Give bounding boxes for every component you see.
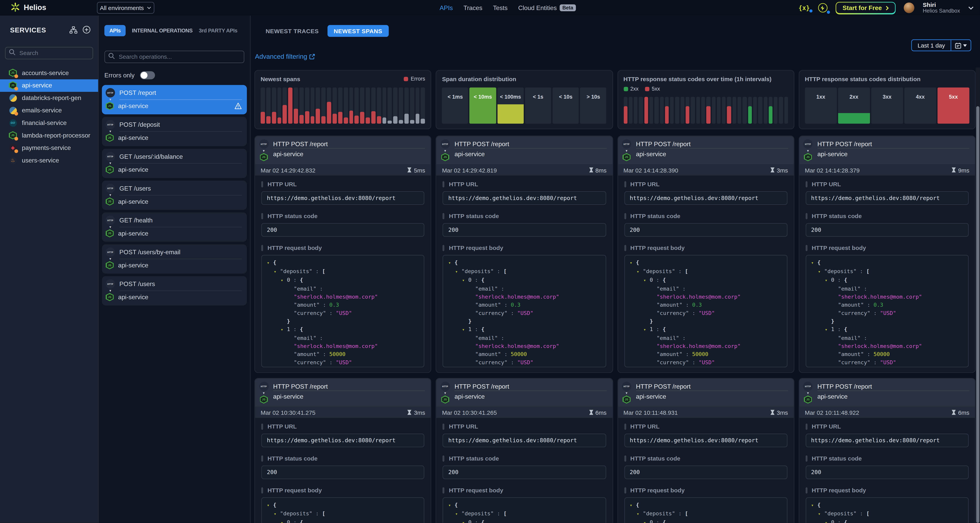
expand-arrow-icon[interactable]: ▾ (274, 268, 280, 276)
sidebar-item-lambda-report-processor[interactable]: JSlambda-report-processor (0, 129, 98, 141)
sidebar-item-users-service[interactable]: ♨users-service (0, 154, 98, 167)
expand-arrow-icon[interactable]: ▾ (811, 502, 818, 510)
http-url-value[interactable]: https://demo.gethelios.dev:8080/report (442, 434, 606, 447)
nav-tab-cloud-entities[interactable]: Cloud EntitiesBeta (518, 4, 576, 11)
operation-card[interactable]: HTTPPOST /users▼JSapi-service (102, 276, 247, 305)
brand[interactable]: Helios (11, 3, 46, 12)
expand-arrow-icon[interactable]: ▾ (636, 268, 643, 276)
expand-arrow-icon[interactable]: ▾ (267, 502, 273, 510)
operation-card[interactable]: HTTPPOST /report▼JSapi-service (102, 85, 247, 114)
add-service-icon[interactable] (83, 25, 91, 33)
expand-arrow-icon[interactable]: ▾ (274, 510, 280, 518)
sidebar-item-emails-service[interactable]: emails-service (0, 104, 98, 116)
span-card[interactable]: HTTP ▼ JS HTTP POST /report api-service … (436, 135, 613, 373)
sidebar-item-financial-service[interactable]: GOfinancial-service (0, 116, 98, 129)
span-card[interactable]: HTTP ▼ JS HTTP POST /report api-service … (799, 378, 976, 523)
nav-tab-traces[interactable]: Traces (463, 4, 482, 11)
expand-arrow-icon[interactable]: ▾ (462, 326, 468, 334)
nav-tab-tests[interactable]: Tests (493, 4, 508, 11)
nav-tab-apis[interactable]: APIs (440, 4, 453, 11)
span-card[interactable]: HTTP ▼ JS HTTP POST /report api-service … (255, 135, 431, 373)
operations-tab-internal-operations[interactable]: INTERNAL OPERATIONS (132, 27, 192, 34)
expand-arrow-icon[interactable]: ▾ (281, 277, 287, 285)
http-status-value[interactable]: 200 (624, 466, 788, 479)
http-status-value[interactable]: 200 (442, 223, 606, 237)
operation-card[interactable]: HTTPGET /users▼JSapi-service (102, 180, 247, 210)
tab-newest-spans[interactable]: NEWEST SPANS (328, 25, 388, 37)
expand-arrow-icon[interactable]: ▾ (644, 277, 650, 285)
expand-arrow-icon[interactable]: ▾ (281, 519, 287, 523)
user-menu-chevron-icon[interactable] (968, 6, 974, 10)
expand-arrow-icon[interactable]: ▾ (455, 510, 461, 518)
request-body-json[interactable]: ▾{▾"deposits" : [▾0 : {"email" :"sherloc… (805, 255, 969, 367)
request-body-json[interactable]: ▾{▾"deposits" : [▾0 : {"email" :"sherloc… (624, 497, 788, 523)
operation-card[interactable]: HTTPPOST /deposit▼JSapi-service (102, 116, 247, 146)
expand-arrow-icon[interactable]: ▾ (630, 259, 636, 267)
span-card[interactable]: HTTP ▼ JS HTTP POST /report api-service … (255, 378, 431, 523)
services-search-input[interactable] (5, 46, 93, 59)
http-status-value[interactable]: 200 (442, 466, 606, 479)
operations-tab-apis[interactable]: APIs (104, 25, 126, 36)
request-body-json[interactable]: ▾{▾"deposits" : [▾0 : {"email" :"sherloc… (624, 255, 788, 367)
expand-arrow-icon[interactable]: ▾ (644, 326, 650, 334)
span-card[interactable]: HTTP ▼ JS HTTP POST /report api-service … (617, 378, 794, 523)
operations-search-input[interactable] (104, 50, 244, 63)
span-card[interactable]: HTTP ▼ JS HTTP POST /report api-service … (617, 135, 794, 373)
advanced-filtering-link[interactable]: Advanced filtering (255, 52, 980, 60)
expand-arrow-icon[interactable]: ▾ (825, 277, 831, 285)
expand-arrow-icon[interactable]: ▾ (636, 510, 643, 518)
vertical-scrollbar[interactable] (976, 67, 980, 523)
http-url-value[interactable]: https://demo.gethelios.dev:8080/report (442, 191, 606, 205)
request-body-json[interactable]: ▾{▾"deposits" : [▾0 : {"email" :"sherloc… (805, 497, 969, 523)
operation-card[interactable]: HTTPPOST /users/by-email▼JSapi-service (102, 244, 247, 273)
calendar-dropdown[interactable] (951, 40, 971, 51)
sidebar-item-accounts-service[interactable]: JSaccounts-service (0, 67, 98, 79)
time-range-picker[interactable]: Last 1 day (912, 39, 971, 51)
request-body-json[interactable]: ▾{▾"deposits" : [▾0 : {"email" :"sherloc… (442, 497, 606, 523)
expand-arrow-icon[interactable]: ▾ (818, 510, 824, 518)
http-url-value[interactable]: https://demo.gethelios.dev:8080/report (624, 191, 788, 205)
tab-newest-traces[interactable]: NEWEST TRACES (266, 27, 318, 34)
operations-tab-3rd-party-apis[interactable]: 3rd PARTY APIs (199, 27, 237, 34)
http-status-value[interactable]: 200 (805, 223, 969, 237)
operation-card[interactable]: HTTPGET /users/:id/balance▼JSapi-service (102, 148, 247, 178)
code-snippet-icon[interactable]: {x} (799, 4, 810, 11)
http-url-value[interactable]: https://demo.gethelios.dev:8080/report (805, 191, 969, 205)
expand-arrow-icon[interactable]: ▾ (825, 326, 831, 334)
expand-arrow-icon[interactable]: ▾ (448, 259, 455, 267)
http-url-value[interactable]: https://demo.gethelios.dev:8080/report (261, 191, 425, 205)
errors-only-toggle[interactable] (140, 71, 155, 79)
http-status-value[interactable]: 200 (805, 466, 969, 479)
expand-arrow-icon[interactable]: ▾ (462, 519, 468, 523)
http-url-value[interactable]: https://demo.gethelios.dev:8080/report (624, 434, 788, 447)
start-for-free-button[interactable]: Start for Free (835, 2, 896, 14)
request-body-json[interactable]: ▾{▾"deposits" : [▾0 : {"email" :"sherloc… (261, 497, 425, 523)
quickstart-bolt-icon[interactable] (818, 3, 827, 13)
http-url-value[interactable]: https://demo.gethelios.dev:8080/report (805, 434, 969, 447)
expand-arrow-icon[interactable]: ▾ (462, 277, 468, 285)
http-status-value[interactable]: 200 (261, 223, 425, 237)
sidebar-item-payments-service[interactable]: ◆payments-service (0, 141, 98, 154)
expand-arrow-icon[interactable]: ▾ (267, 259, 273, 267)
expand-arrow-icon[interactable]: ▾ (825, 519, 831, 523)
request-body-json[interactable]: ▾{▾"deposits" : [▾0 : {"email" :"sherloc… (261, 255, 425, 367)
span-card[interactable]: HTTP ▼ JS HTTP POST /report api-service … (799, 135, 976, 373)
expand-arrow-icon[interactable]: ▾ (448, 502, 455, 510)
operation-card[interactable]: HTTPGET /health▼JSapi-service (102, 212, 247, 242)
http-url-value[interactable]: https://demo.gethelios.dev:8080/report (261, 434, 425, 447)
expand-arrow-icon[interactable]: ▾ (455, 268, 461, 276)
service-map-icon[interactable] (69, 26, 78, 33)
expand-arrow-icon[interactable]: ▾ (644, 519, 650, 523)
http-status-value[interactable]: 200 (261, 466, 425, 479)
span-card[interactable]: HTTP ▼ JS HTTP POST /report api-service … (436, 378, 613, 523)
environment-selector[interactable]: All environments (97, 2, 154, 14)
sidebar-item-api-service[interactable]: JSapi-service (0, 79, 98, 92)
sidebar-item-databricks-report-gen[interactable]: databricks-report-gen (0, 92, 98, 104)
expand-arrow-icon[interactable]: ▾ (281, 326, 287, 334)
expand-arrow-icon[interactable]: ▾ (811, 259, 818, 267)
request-body-json[interactable]: ▾{▾"deposits" : [▾0 : {"email" :"sherloc… (442, 255, 606, 367)
http-status-value[interactable]: 200 (624, 223, 788, 237)
expand-arrow-icon[interactable]: ▾ (818, 268, 824, 276)
scrollbar-thumb[interactable] (976, 106, 979, 523)
user-avatar[interactable] (904, 3, 915, 13)
